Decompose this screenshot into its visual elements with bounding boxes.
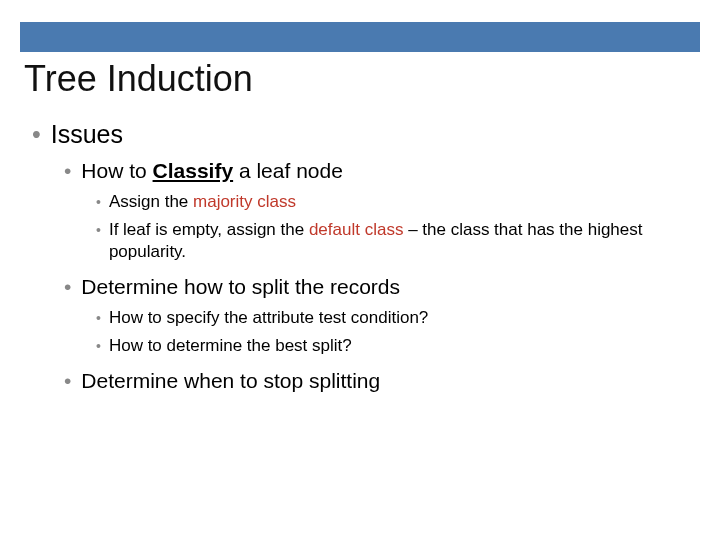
text-default: If leaf is empty, assign the default cla… [109,219,696,263]
text-split-q2: How to determine the best split? [109,335,696,357]
bullet-dot-icon: • [96,221,101,239]
slide-content: • Issues • How to Classify a leaf node •… [24,120,696,401]
text-classify-bold: Classify [153,159,234,182]
bullet-split-q1: • How to specify the attribute test cond… [96,307,696,329]
bullet-split-q2: • How to determine the best split? [96,335,696,357]
bullet-assign: • Assign the majority class [96,191,696,213]
text-classify: How to Classify a leaf node [81,159,696,183]
text-split-q1: How to specify the attribute test condit… [109,307,696,329]
slide-title: Tree Induction [24,58,253,100]
bullet-issues: • Issues [32,120,696,149]
text-split: Determine how to split the records [81,275,696,299]
text-default-pre: If leaf is empty, assign the [109,220,309,239]
bullet-dot-icon: • [96,193,101,211]
bullet-dot-icon: • [64,159,71,183]
text-assign-pre: Assign the [109,192,193,211]
text-default-red: default class [309,220,404,239]
text-issues: Issues [51,120,696,149]
bullet-dot-icon: • [96,337,101,355]
text-classify-pre: How to [81,159,152,182]
bullet-default: • If leaf is empty, assign the default c… [96,219,696,263]
text-assign-red: majority class [193,192,296,211]
bullet-classify: • How to Classify a leaf node [64,159,696,183]
bullet-split: • Determine how to split the records [64,275,696,299]
text-stop: Determine when to stop splitting [81,369,696,393]
slide: Tree Induction • Issues • How to Classif… [0,0,720,540]
text-assign: Assign the majority class [109,191,696,213]
bullet-dot-icon: • [64,275,71,299]
text-classify-post: a leaf node [233,159,343,182]
header-bar [20,22,700,52]
bullet-dot-icon: • [64,369,71,393]
bullet-dot-icon: • [96,309,101,327]
bullet-stop: • Determine when to stop splitting [64,369,696,393]
bullet-dot-icon: • [32,120,41,149]
